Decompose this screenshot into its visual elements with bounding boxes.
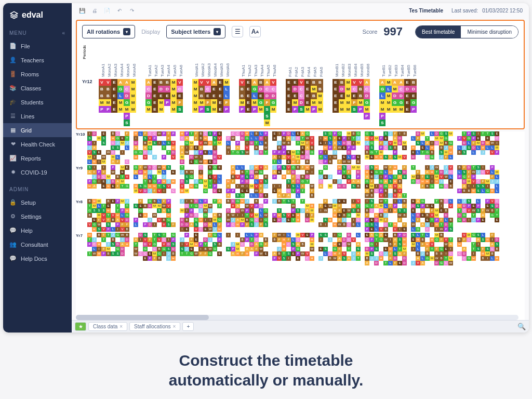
timetable-cell[interactable]: W (143, 165, 148, 170)
timetable-cell[interactable]: V (462, 233, 467, 237)
timetable-cell[interactable]: E (296, 256, 300, 261)
timetable-cell[interactable]: H (97, 242, 101, 247)
timetable-cell[interactable]: S (476, 208, 481, 213)
timetable-cell[interactable] (143, 199, 148, 204)
timetable-cell[interactable]: H (485, 141, 490, 145)
timetable-cell[interactable]: F (245, 222, 249, 227)
timetable-cell[interactable]: T (495, 208, 499, 213)
tab-staff-alloc[interactable]: Staff allocations × (129, 322, 180, 331)
timetable-cell[interactable] (138, 145, 143, 150)
timetable-cell[interactable]: B (217, 242, 222, 247)
timetable-cell[interactable] (393, 213, 397, 218)
timetable-cell[interactable] (420, 136, 425, 141)
timetable-cell[interactable]: A (393, 237, 397, 242)
timetable-cell[interactable]: L (162, 170, 166, 175)
timetable-cell[interactable]: E (177, 92, 183, 99)
timetable-cell[interactable] (328, 242, 332, 247)
timetable-cell[interactable]: E (245, 106, 251, 113)
timetable-cell[interactable]: P (198, 150, 203, 155)
timetable-cell[interactable]: G (125, 213, 129, 218)
timetable-cell[interactable]: H (92, 227, 97, 232)
timetable-cell[interactable]: B (239, 92, 245, 99)
timetable-cell[interactable]: W (157, 131, 162, 136)
timetable-cell[interactable]: A (425, 170, 430, 175)
timetable-cell[interactable]: E (217, 92, 223, 99)
timetable-cell[interactable]: B (226, 213, 231, 218)
timetable-cell[interactable]: G (439, 184, 444, 189)
timetable-cell[interactable]: S (476, 233, 481, 237)
timetable-cell[interactable]: E (495, 131, 499, 136)
timetable-cell[interactable]: M (148, 141, 152, 145)
timetable-cell[interactable]: M (476, 141, 481, 145)
timetable-cell[interactable]: F (125, 131, 129, 136)
timetable-cell[interactable]: H (254, 165, 259, 170)
timetable-cell[interactable]: T (388, 222, 393, 227)
timetable-cell[interactable]: P (254, 251, 259, 256)
timetable-cell[interactable]: F (420, 184, 425, 189)
timetable-cell[interactable]: E (332, 99, 339, 106)
timetable-cell[interactable] (258, 119, 264, 126)
timetable-cell[interactable] (495, 251, 499, 256)
timetable-cell[interactable] (106, 165, 111, 170)
timetable-cell[interactable]: D (286, 131, 291, 136)
timetable-cell[interactable]: T (425, 136, 430, 141)
timetable-cell[interactable]: E (485, 204, 490, 208)
timetable-cell[interactable]: L (259, 141, 263, 145)
timetable-cell[interactable] (138, 247, 143, 251)
timetable-cell[interactable]: A (462, 247, 467, 251)
timetable-cell[interactable] (217, 247, 222, 251)
timetable-cell[interactable]: C (444, 184, 448, 189)
timetable-cell[interactable]: M (304, 106, 311, 113)
timetable-cell[interactable] (332, 237, 337, 242)
timetable-cell[interactable]: M (345, 86, 351, 92)
timetable-cell[interactable] (342, 150, 347, 155)
timetable-cell[interactable] (397, 222, 402, 227)
timetable-cell[interactable]: D (231, 199, 235, 204)
timetable-cell[interactable]: S (205, 106, 211, 113)
timetable-cell[interactable]: S (166, 247, 171, 251)
timetable-cell[interactable] (157, 145, 162, 150)
timetable-cell[interactable]: T (208, 179, 212, 184)
timetable-cell[interactable]: D (404, 86, 410, 92)
timetable-cell[interactable]: S (416, 141, 420, 145)
timetable-cell[interactable]: T (152, 233, 157, 237)
timetable-cell[interactable] (434, 184, 439, 189)
timetable-cell[interactable]: T (305, 179, 310, 184)
timetable-cell[interactable]: T (212, 141, 217, 145)
timetable-cell[interactable]: M (495, 145, 499, 150)
timetable-cell[interactable]: P (410, 106, 417, 113)
timetable-cell[interactable] (259, 145, 263, 150)
timetable-cell[interactable]: J (194, 179, 198, 184)
timetable-cell[interactable]: D (143, 189, 148, 193)
timetable-cell[interactable]: I (115, 227, 120, 232)
timetable-cell[interactable]: T (448, 237, 453, 242)
timetable-cell[interactable]: D (495, 237, 499, 242)
timetable-cell[interactable]: L (254, 179, 259, 184)
timetable-cell[interactable]: I (485, 184, 490, 189)
timetable-cell[interactable]: J (272, 165, 277, 170)
timetable-cell[interactable]: M (393, 141, 397, 145)
timetable-cell[interactable]: A (490, 242, 495, 247)
timetable-cell[interactable]: G (235, 150, 240, 155)
timetable-cell[interactable]: B (106, 251, 111, 256)
timetable-cell[interactable]: S (342, 165, 347, 170)
timetable-cell[interactable] (457, 179, 462, 184)
timetable-cell[interactable]: I (263, 136, 268, 141)
timetable-cell[interactable]: F (416, 136, 420, 141)
timetable-cell[interactable] (328, 165, 332, 170)
timetable-cell[interactable]: B (495, 247, 499, 251)
timetable-cell[interactable]: H (383, 208, 388, 213)
timetable-cell[interactable]: C (462, 256, 467, 261)
timetable-cell[interactable]: A (115, 179, 120, 184)
sidebar-item-settings[interactable]: ⚙Settings (3, 209, 72, 223)
timetable-cell[interactable] (286, 208, 291, 213)
timetable-cell[interactable]: V (393, 193, 397, 198)
timetable-cell[interactable]: A (388, 184, 393, 189)
timetable-cell[interactable]: D (148, 165, 152, 170)
timetable-cell[interactable]: G (138, 208, 143, 213)
timetable-cell[interactable]: E (292, 92, 298, 99)
timetable-cell[interactable]: F (254, 247, 259, 251)
timetable-cell[interactable]: P (164, 99, 170, 106)
timetable-cell[interactable] (296, 170, 300, 175)
timetable-cell[interactable]: C (231, 222, 235, 227)
